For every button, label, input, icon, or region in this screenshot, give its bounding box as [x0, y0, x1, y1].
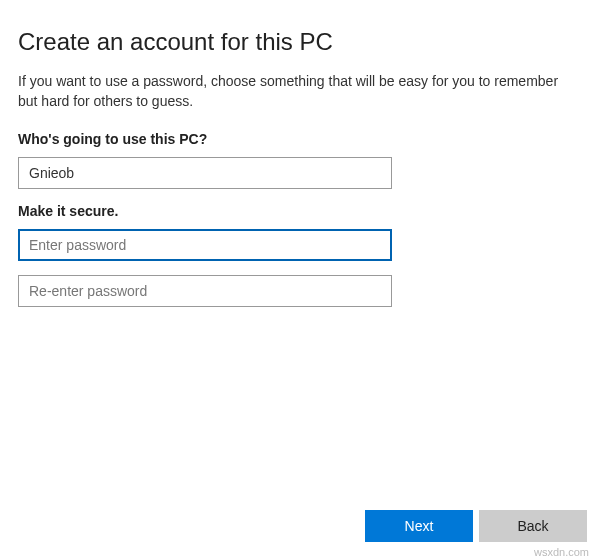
account-setup-form: Create an account for this PC If you wan… [0, 0, 595, 307]
page-title: Create an account for this PC [18, 28, 577, 56]
back-button[interactable]: Back [479, 510, 587, 542]
secure-label: Make it secure. [18, 203, 577, 219]
footer-buttons: Next Back [365, 510, 587, 542]
username-label: Who's going to use this PC? [18, 131, 577, 147]
confirm-password-input[interactable] [18, 275, 392, 307]
username-input[interactable] [18, 157, 392, 189]
page-description: If you want to use a password, choose so… [18, 72, 577, 111]
password-input[interactable] [18, 229, 392, 261]
watermark: wsxdn.com [534, 546, 589, 558]
next-button[interactable]: Next [365, 510, 473, 542]
